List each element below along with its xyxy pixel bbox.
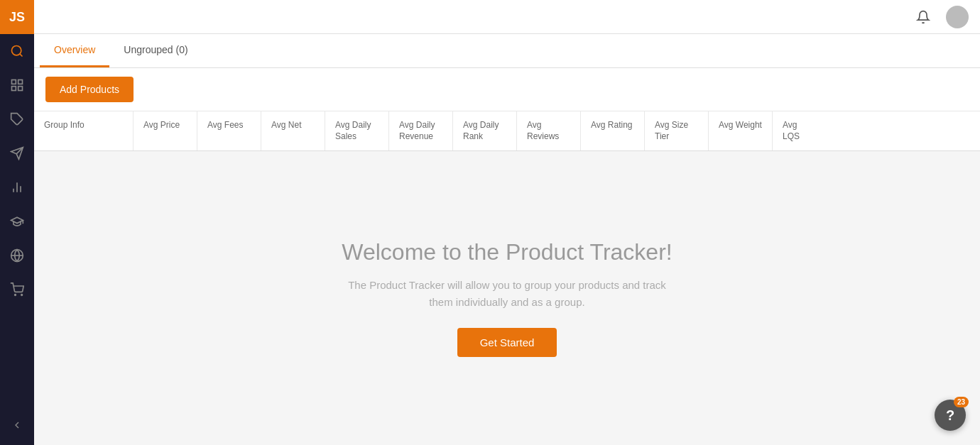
col-avg-daily-rank: Avg Daily Rank [453,111,517,150]
svg-point-12 [15,295,16,296]
help-badge: 23 [954,397,969,407]
notification-icon[interactable] [912,6,935,28]
col-group-info: Group Info [34,111,134,150]
sidebar-logo[interactable]: JS [0,0,34,34]
svg-rect-5 [12,87,16,91]
sidebar-item-education[interactable] [0,204,34,238]
help-button[interactable]: 23 ? [935,400,966,431]
svg-point-0 [12,46,21,55]
col-avg-fees: Avg Fees [197,111,261,150]
col-avg-daily-revenue: Avg Daily Revenue [389,111,453,150]
col-avg-weight: Avg Weight [709,111,773,150]
col-avg-daily-sales: Avg Daily Sales [325,111,389,150]
welcome-description: The Product Tracker will allow you to gr… [337,277,677,311]
tab-ungrouped[interactable]: Ungrouped (0) [109,34,202,67]
main-content: Overview Ungrouped (0) Add Products Grou… [34,0,980,445]
sidebar-item-tag[interactable] [0,102,34,136]
svg-rect-2 [12,80,16,84]
sidebar-item-grid[interactable] [0,68,34,102]
svg-point-13 [21,295,23,296]
sidebar: JS [0,0,34,445]
help-icon: ? [946,407,954,424]
col-avg-lqs: Avg LQS [773,111,822,150]
welcome-title: Welcome to the Product Tracker! [342,239,672,265]
sidebar-item-chart[interactable] [0,170,34,204]
tabs-bar: Overview Ungrouped (0) [34,34,980,68]
col-avg-size-tier: Avg Size Tier [645,111,709,150]
svg-line-1 [20,54,23,57]
col-avg-reviews: Avg Reviews [517,111,581,150]
col-avg-net: Avg Net [261,111,325,150]
sidebar-item-cart[interactable] [0,273,34,307]
add-products-button[interactable]: Add Products [45,77,134,102]
svg-rect-3 [18,80,23,84]
welcome-area: Welcome to the Product Tracker! The Prod… [34,151,980,445]
page-content: Overview Ungrouped (0) Add Products Grou… [34,34,980,445]
sidebar-item-megaphone[interactable] [0,136,34,170]
svg-rect-4 [18,87,23,91]
tab-overview[interactable]: Overview [40,34,109,67]
col-avg-rating: Avg Rating [581,111,645,150]
col-avg-price: Avg Price [134,111,197,150]
sidebar-bottom [0,412,34,438]
table-header: Group Info Avg Price Avg Fees Avg Net Av… [34,111,980,151]
top-header [34,0,980,34]
sidebar-item-search[interactable] [0,34,34,68]
sidebar-collapse-button[interactable] [0,412,34,438]
user-avatar[interactable] [946,6,969,28]
toolbar: Add Products [34,68,980,111]
sidebar-item-globe[interactable] [0,238,34,273]
get-started-button[interactable]: Get Started [457,328,557,357]
